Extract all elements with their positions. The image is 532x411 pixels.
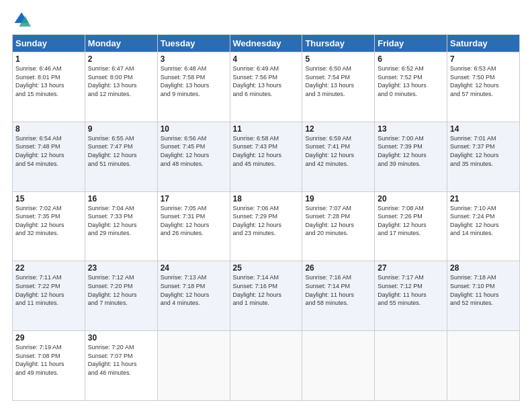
- day-info: Sunrise: 7:18 AM Sunset: 7:10 PM Dayligh…: [450, 273, 517, 307]
- calendar-week-2: 8Sunrise: 6:54 AM Sunset: 7:48 PM Daylig…: [13, 122, 520, 191]
- day-number: 22: [15, 263, 82, 273]
- header-cell-wednesday: Wednesday: [230, 35, 302, 52]
- day-number: 2: [88, 54, 154, 64]
- day-number: 18: [233, 194, 300, 203]
- calendar-cell: 11Sunrise: 6:58 AM Sunset: 7:43 PM Dayli…: [230, 122, 302, 191]
- day-number: 15: [15, 194, 82, 203]
- calendar-body: 1Sunrise: 6:46 AM Sunset: 8:01 PM Daylig…: [13, 52, 520, 401]
- day-number: 7: [450, 54, 517, 64]
- calendar-cell: [447, 331, 520, 401]
- day-info: Sunrise: 7:02 AM Sunset: 7:35 PM Dayligh…: [15, 204, 82, 238]
- day-info: Sunrise: 6:50 AM Sunset: 7:54 PM Dayligh…: [305, 64, 371, 98]
- calendar-cell: 21Sunrise: 7:10 AM Sunset: 7:24 PM Dayli…: [447, 191, 520, 261]
- day-number: 9: [88, 124, 154, 134]
- day-number: 21: [450, 194, 517, 203]
- day-number: 13: [378, 124, 444, 134]
- logo: [12, 10, 34, 29]
- calendar-cell: 18Sunrise: 7:06 AM Sunset: 7:29 PM Dayli…: [230, 191, 302, 261]
- day-info: Sunrise: 6:49 AM Sunset: 7:56 PM Dayligh…: [233, 64, 300, 98]
- calendar-cell: [302, 331, 375, 401]
- day-number: 24: [161, 263, 227, 273]
- day-number: 3: [161, 54, 227, 64]
- day-number: 4: [233, 54, 300, 64]
- day-info: Sunrise: 7:04 AM Sunset: 7:33 PM Dayligh…: [88, 204, 154, 238]
- calendar-cell: 19Sunrise: 7:07 AM Sunset: 7:28 PM Dayli…: [302, 191, 375, 261]
- calendar-cell: 12Sunrise: 6:59 AM Sunset: 7:41 PM Dayli…: [302, 122, 375, 191]
- calendar-cell: 8Sunrise: 6:54 AM Sunset: 7:48 PM Daylig…: [13, 122, 85, 191]
- calendar-week-5: 29Sunrise: 7:19 AM Sunset: 7:08 PM Dayli…: [13, 331, 520, 401]
- calendar-week-3: 15Sunrise: 7:02 AM Sunset: 7:35 PM Dayli…: [13, 191, 520, 261]
- day-info: Sunrise: 7:20 AM Sunset: 7:07 PM Dayligh…: [88, 343, 154, 377]
- calendar-cell: [230, 331, 302, 401]
- day-info: Sunrise: 6:52 AM Sunset: 7:52 PM Dayligh…: [378, 64, 444, 98]
- calendar-cell: 5Sunrise: 6:50 AM Sunset: 7:54 PM Daylig…: [302, 52, 375, 122]
- day-info: Sunrise: 6:53 AM Sunset: 7:50 PM Dayligh…: [450, 64, 517, 98]
- day-number: 1: [15, 54, 82, 64]
- calendar-cell: 23Sunrise: 7:12 AM Sunset: 7:20 PM Dayli…: [85, 261, 157, 331]
- day-number: 11: [233, 124, 300, 134]
- day-info: Sunrise: 7:08 AM Sunset: 7:26 PM Dayligh…: [378, 204, 444, 238]
- day-info: Sunrise: 7:14 AM Sunset: 7:16 PM Dayligh…: [233, 273, 300, 307]
- calendar-cell: 7Sunrise: 6:53 AM Sunset: 7:50 PM Daylig…: [447, 52, 520, 122]
- calendar-cell: 25Sunrise: 7:14 AM Sunset: 7:16 PM Dayli…: [230, 261, 302, 331]
- calendar-table: SundayMondayTuesdayWednesdayThursdayFrid…: [12, 34, 520, 401]
- calendar-cell: 22Sunrise: 7:11 AM Sunset: 7:22 PM Dayli…: [13, 261, 85, 331]
- day-number: 10: [161, 124, 227, 134]
- calendar-cell: 10Sunrise: 6:56 AM Sunset: 7:45 PM Dayli…: [157, 122, 230, 191]
- calendar-cell: 28Sunrise: 7:18 AM Sunset: 7:10 PM Dayli…: [447, 261, 520, 331]
- calendar-cell: 6Sunrise: 6:52 AM Sunset: 7:52 PM Daylig…: [375, 52, 447, 122]
- day-number: 14: [450, 124, 517, 134]
- day-number: 16: [88, 194, 154, 203]
- day-info: Sunrise: 7:07 AM Sunset: 7:28 PM Dayligh…: [305, 204, 371, 238]
- calendar-week-1: 1Sunrise: 6:46 AM Sunset: 8:01 PM Daylig…: [13, 52, 520, 122]
- day-info: Sunrise: 7:11 AM Sunset: 7:22 PM Dayligh…: [15, 273, 82, 307]
- day-number: 12: [305, 124, 371, 134]
- calendar-cell: 1Sunrise: 6:46 AM Sunset: 8:01 PM Daylig…: [13, 52, 85, 122]
- day-number: 26: [305, 263, 371, 273]
- day-info: Sunrise: 6:56 AM Sunset: 7:45 PM Dayligh…: [161, 134, 227, 168]
- calendar-cell: 27Sunrise: 7:17 AM Sunset: 7:12 PM Dayli…: [375, 261, 447, 331]
- day-info: Sunrise: 7:19 AM Sunset: 7:08 PM Dayligh…: [15, 343, 82, 377]
- logo-icon: [12, 10, 31, 29]
- day-info: Sunrise: 6:55 AM Sunset: 7:47 PM Dayligh…: [88, 134, 154, 168]
- header-cell-sunday: Sunday: [13, 35, 85, 52]
- header-row: SundayMondayTuesdayWednesdayThursdayFrid…: [13, 35, 520, 52]
- calendar-cell: 2Sunrise: 6:47 AM Sunset: 8:00 PM Daylig…: [85, 52, 157, 122]
- day-info: Sunrise: 7:05 AM Sunset: 7:31 PM Dayligh…: [161, 204, 227, 238]
- day-info: Sunrise: 6:48 AM Sunset: 7:58 PM Dayligh…: [161, 64, 227, 98]
- day-number: 6: [378, 54, 444, 64]
- page-header: [12, 10, 520, 29]
- day-number: 20: [378, 194, 444, 203]
- day-number: 30: [88, 333, 154, 342]
- calendar-cell: 15Sunrise: 7:02 AM Sunset: 7:35 PM Dayli…: [13, 191, 85, 261]
- calendar-cell: 29Sunrise: 7:19 AM Sunset: 7:08 PM Dayli…: [13, 331, 85, 401]
- calendar-cell: 16Sunrise: 7:04 AM Sunset: 7:33 PM Dayli…: [85, 191, 157, 261]
- day-number: 23: [88, 263, 154, 273]
- day-number: 19: [305, 194, 371, 203]
- header-cell-monday: Monday: [85, 35, 157, 52]
- calendar-cell: 9Sunrise: 6:55 AM Sunset: 7:47 PM Daylig…: [85, 122, 157, 191]
- day-number: 25: [233, 263, 300, 273]
- calendar-cell: 3Sunrise: 6:48 AM Sunset: 7:58 PM Daylig…: [157, 52, 230, 122]
- day-info: Sunrise: 6:54 AM Sunset: 7:48 PM Dayligh…: [15, 134, 82, 168]
- header-cell-tuesday: Tuesday: [157, 35, 230, 52]
- calendar-cell: 20Sunrise: 7:08 AM Sunset: 7:26 PM Dayli…: [375, 191, 447, 261]
- day-info: Sunrise: 6:58 AM Sunset: 7:43 PM Dayligh…: [233, 134, 300, 168]
- header-cell-thursday: Thursday: [302, 35, 375, 52]
- day-number: 28: [450, 263, 517, 273]
- calendar-cell: 26Sunrise: 7:16 AM Sunset: 7:14 PM Dayli…: [302, 261, 375, 331]
- calendar-cell: 4Sunrise: 6:49 AM Sunset: 7:56 PM Daylig…: [230, 52, 302, 122]
- day-number: 5: [305, 54, 371, 64]
- day-info: Sunrise: 7:17 AM Sunset: 7:12 PM Dayligh…: [378, 273, 444, 307]
- day-info: Sunrise: 6:46 AM Sunset: 8:01 PM Dayligh…: [15, 64, 82, 98]
- day-info: Sunrise: 7:16 AM Sunset: 7:14 PM Dayligh…: [305, 273, 371, 307]
- day-number: 8: [15, 124, 82, 134]
- day-number: 17: [161, 194, 227, 203]
- day-number: 29: [15, 333, 82, 342]
- day-info: Sunrise: 7:00 AM Sunset: 7:39 PM Dayligh…: [378, 134, 444, 168]
- day-info: Sunrise: 7:10 AM Sunset: 7:24 PM Dayligh…: [450, 204, 517, 238]
- day-info: Sunrise: 7:13 AM Sunset: 7:18 PM Dayligh…: [161, 273, 227, 307]
- calendar-cell: 13Sunrise: 7:00 AM Sunset: 7:39 PM Dayli…: [375, 122, 447, 191]
- calendar-cell: [157, 331, 230, 401]
- day-info: Sunrise: 7:06 AM Sunset: 7:29 PM Dayligh…: [233, 204, 300, 238]
